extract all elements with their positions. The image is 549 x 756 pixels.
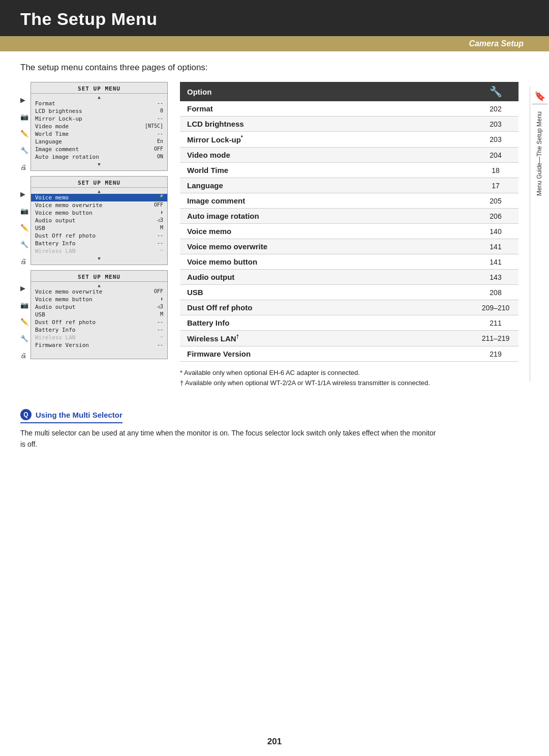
menu-1-item-lang: LanguageEn — [31, 138, 167, 146]
page-cell: 206 — [473, 209, 518, 224]
wrench-icon: 🔧 — [20, 147, 28, 154]
menu-2-header: SET UP MENU — [31, 179, 167, 188]
table-row: Audio output143 — [180, 270, 518, 285]
menu-1-item-lcd: LCD brightness0 — [31, 107, 167, 115]
option-cell: USB — [180, 285, 473, 300]
menu-1-header: SET UP MENU — [31, 84, 167, 94]
menus-column: ▶ 📷 ✏️ 🔧 🖨 SET UP MENU ▲ Format-- LCD br… — [20, 82, 168, 359]
menu-screenshot-1: SET UP MENU ▲ Format-- LCD brightness0 M… — [30, 82, 168, 171]
menu-screenshot-2: SET UP MENU ▲ Voice memo🎤 Voice memo ove… — [30, 176, 168, 265]
printer-icon: 🖨 — [20, 163, 28, 171]
pencil-icon-3: ✏️ — [20, 318, 28, 326]
wrench-icon-3: 🔧 — [20, 335, 28, 342]
menu-2-item-dust: Dust Off ref photo-- — [31, 232, 167, 240]
multi-selector-icon: Q — [20, 409, 32, 420]
menu-2-item-button: Voice memo button⬆ — [31, 209, 167, 217]
multi-selector-text: The multi selector can be used at any ti… — [20, 427, 437, 450]
footnote-2: † Available only when optional WT-2/2A o… — [180, 378, 518, 388]
table-row: Dust Off ref photo209–210 — [180, 300, 518, 315]
table-row: Wireless LAN†211–219 — [180, 331, 518, 346]
option-cell: Video mode — [180, 148, 473, 163]
option-cell: Mirror Lock-up* — [180, 132, 473, 148]
menu-1-item-format: Format-- — [31, 100, 167, 107]
page-cell: 203 — [473, 117, 518, 132]
menu-3-item-wireless: Wireless LAN~ — [31, 334, 167, 341]
option-cell: Battery Info — [180, 315, 473, 331]
page-header: The Setup Menu — [0, 0, 549, 36]
option-cell: LCD brightness — [180, 117, 473, 132]
menu-3-item-audio: Audio output◁3 — [31, 303, 167, 311]
options-table: Option 🔧 Format202LCD brightness203Mirro… — [180, 82, 518, 362]
option-cell: Image comment — [180, 193, 473, 209]
table-row: Language17 — [180, 178, 518, 193]
pencil-icon: ✏️ — [20, 130, 28, 137]
page-cell: 202 — [473, 101, 518, 117]
menu-2-item-battery: Battery Info-- — [31, 240, 167, 247]
page-cell: 204 — [473, 148, 518, 163]
table-row: Voice memo button141 — [180, 254, 518, 270]
menu-1-item-video: Video mode[NTSC] — [31, 123, 167, 130]
table-column: Option 🔧 Format202LCD brightness203Mirro… — [180, 82, 518, 388]
page-cell: 18 — [473, 163, 518, 178]
menu-2-item-wireless: Wireless LAN~ — [31, 247, 167, 255]
subtitle: Camera Setup — [469, 39, 524, 48]
menu-1-container: ▶ 📷 ✏️ 🔧 🖨 SET UP MENU ▲ Format-- LCD br… — [20, 82, 168, 171]
table-row: Voice memo overwrite141 — [180, 239, 518, 254]
option-cell: Format — [180, 101, 473, 117]
table-row: LCD brightness203 — [180, 117, 518, 132]
menu-2-container: ▶ 📷 ✏️ 🔧 🖨 SET UP MENU ▲ Voice memo🎤 Voi… — [20, 176, 168, 265]
subheader: Camera Setup — [0, 36, 549, 51]
play-icon-2: ▶ — [20, 190, 28, 198]
page-cell: 140 — [473, 224, 518, 239]
wrench-icon-2: 🔧 — [20, 241, 28, 248]
option-cell: Language — [180, 178, 473, 193]
menu-2-item-usb: USBM — [31, 224, 167, 232]
multi-selector-label: Using the Multi Selector — [36, 411, 123, 419]
menu-1-item-comment: Image commentOFF — [31, 146, 167, 153]
camera-icon-3: 📷 — [20, 301, 28, 309]
table-row: Video mode204 — [180, 148, 518, 163]
page-cell: 208 — [473, 285, 518, 300]
table-row: Auto image rotation206 — [180, 209, 518, 224]
content-layout: ▶ 📷 ✏️ 🔧 🖨 SET UP MENU ▲ Format-- LCD br… — [20, 82, 518, 388]
option-cell: Dust Off ref photo — [180, 300, 473, 315]
menu-1-item-rotation: Auto image rotationON — [31, 153, 167, 161]
option-cell: Firmware Version — [180, 346, 473, 362]
table-row: Voice memo140 — [180, 224, 518, 239]
page-cell: 141 — [473, 239, 518, 254]
main-content: The setup menu contains three pages of o… — [0, 51, 549, 399]
option-cell: Auto image rotation — [180, 209, 473, 224]
menu-3-header: SET UP MENU — [31, 273, 167, 282]
printer-icon-2: 🖨 — [20, 257, 28, 265]
menu-1-arrow-up: ▲ — [31, 95, 167, 100]
page-cell: 211–219 — [473, 331, 518, 346]
menu-3-item-overwrite: Voice memo overwriteOFF — [31, 288, 167, 296]
option-cell: Voice memo button — [180, 254, 473, 270]
menu-2-arrow-down: ▼ — [31, 256, 167, 261]
option-cell: Wireless LAN† — [180, 331, 473, 346]
play-icon: ▶ — [20, 96, 28, 104]
option-cell: Audio output — [180, 270, 473, 285]
page-cell: 209–210 — [473, 300, 518, 315]
page-cell: 211 — [473, 315, 518, 331]
table-row: Mirror Lock-up*203 — [180, 132, 518, 148]
menu-1-arrow-down: ▼ — [31, 162, 167, 167]
page-number: 201 — [267, 737, 282, 747]
menu-1-icons: ▶ 📷 ✏️ 🔧 🖨 — [20, 82, 28, 171]
table-row: Firmware Version219 — [180, 346, 518, 362]
col-option-header: Option — [180, 82, 473, 101]
menu-2-arrow-up: ▲ — [31, 189, 167, 194]
table-row: USB208 — [180, 285, 518, 300]
col-page-header: 🔧 — [473, 82, 518, 101]
menu-3-item-button: Voice memo button⬆ — [31, 296, 167, 303]
menu-2-item-overwrite: Voice memo overwriteOFF — [31, 201, 167, 209]
page-cell: 219 — [473, 346, 518, 362]
table-row: World Time18 — [180, 163, 518, 178]
table-row: Format202 — [180, 101, 518, 117]
page-cell: 141 — [473, 254, 518, 270]
menu-2-item-audio: Audio output◁3 — [31, 217, 167, 224]
menu-1-item-mirror: Mirror Lock-up-- — [31, 115, 167, 123]
menu-3-item-usb: USBM — [31, 311, 167, 318]
camera-icon-2: 📷 — [20, 207, 28, 215]
menu-screenshot-3: SET UP MENU ▲ Voice memo overwriteOFF Vo… — [30, 270, 168, 359]
